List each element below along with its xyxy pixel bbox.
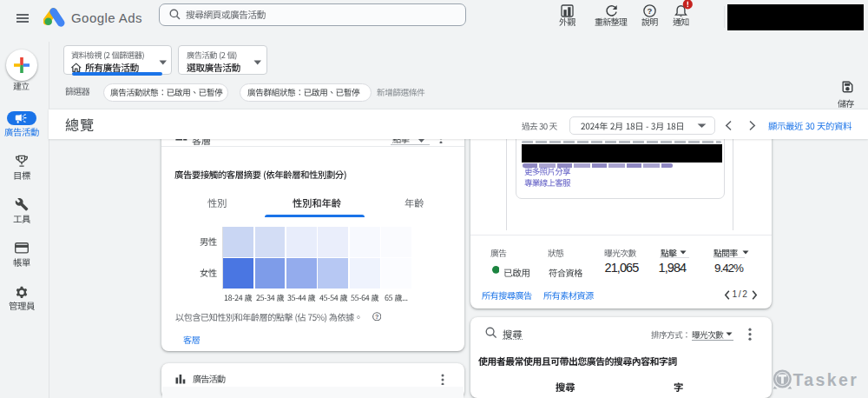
svg-text:?: ?	[648, 6, 653, 16]
svg-text:?: ?	[375, 312, 378, 320]
svg-text:Tasker: Tasker	[793, 370, 859, 389]
